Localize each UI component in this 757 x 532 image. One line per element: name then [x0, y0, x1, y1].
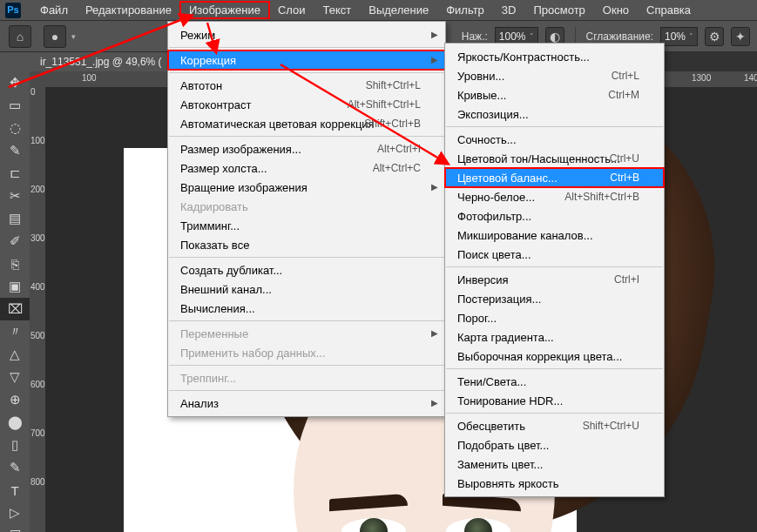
menu-item-label: Треппинг... [180, 372, 236, 385]
brush-preset-icon[interactable]: ● [44, 25, 66, 48]
tool-11[interactable]: 〃 [0, 320, 30, 343]
menu-separator [169, 136, 444, 137]
tool-2[interactable]: ◌ [0, 117, 30, 139]
menu-item[interactable]: Цветовой тон/Насыщенность...Ctrl+U [445, 149, 664, 168]
tool-10[interactable]: ⌧ [0, 298, 30, 320]
smoothing-combo[interactable]: 10%˅ [660, 27, 698, 46]
menu-item[interactable]: Микширование каналов... [445, 226, 664, 245]
menu-item-shortcut: Ctrl+M [608, 89, 639, 101]
menu-item[interactable]: Анализ [168, 394, 445, 413]
menu-item[interactable]: Выровнять яркость [445, 474, 664, 493]
menu-item[interactable]: Яркость/Контрастность... [445, 47, 664, 66]
correction-submenu: Яркость/Контрастность...Уровни...Ctrl+LК… [444, 43, 665, 497]
menu-item[interactable]: Тонирование HDR... [445, 391, 664, 410]
menu-item[interactable]: Коррекция [168, 51, 445, 70]
menu-item[interactable]: Размер изображения...Alt+Ctrl+I [168, 139, 445, 158]
tool-12[interactable]: △ [0, 343, 30, 366]
menu-item-label: Сочность... [457, 133, 517, 146]
menu-item-label: Кадрировать [180, 200, 248, 213]
menu-item[interactable]: Фотофильтр... [445, 206, 664, 226]
menu-item[interactable]: Постеризация... [445, 289, 664, 308]
menu-справка[interactable]: Справка [638, 2, 700, 18]
menu-item[interactable]: Выборочная коррекция цвета... [445, 347, 664, 366]
menu-item[interactable]: Кривые...Ctrl+M [445, 85, 664, 104]
tool-5[interactable]: ✂ [0, 185, 30, 207]
symmetry-icon[interactable]: ✦ [731, 27, 750, 46]
menu-изображение[interactable]: Изображение [180, 2, 269, 18]
document-tab[interactable]: ir_113531_.jpg @ 49,6% ( × [30, 52, 188, 71]
menu-item-label: Применить набор данных... [180, 347, 326, 360]
menu-выделение[interactable]: Выделение [360, 2, 437, 18]
menu-item[interactable]: Сочность... [445, 130, 664, 149]
tool-8[interactable]: ⎘ [0, 253, 30, 275]
tool-6[interactable]: ▤ [0, 207, 30, 230]
menu-item-label: Порог... [457, 312, 497, 325]
menu-separator [446, 413, 663, 414]
menu-item[interactable]: Цветовой баланс...Ctrl+B [445, 168, 664, 187]
tool-9[interactable]: ▣ [0, 275, 30, 298]
menu-item: Кадрировать [168, 197, 445, 216]
ps-logo: Ps [5, 3, 21, 18]
menu-item-label: Уровни... [457, 70, 504, 83]
menu-item[interactable]: Черно-белое...Alt+Shift+Ctrl+B [445, 187, 664, 206]
menu-item[interactable]: Автоматическая цветовая коррекцияShift+C… [168, 114, 445, 133]
menu-item-label: Подобрать цвет... [457, 439, 549, 452]
menu-фильтр[interactable]: Фильтр [437, 2, 493, 18]
menu-item[interactable]: Режим [168, 25, 445, 44]
tool-0[interactable]: ✥ [0, 71, 30, 94]
menu-item-shortcut: Shift+Ctrl+B [364, 118, 421, 130]
menu-item[interactable]: Вычисления... [168, 299, 445, 318]
menu-separator [446, 266, 663, 267]
tool-3[interactable]: ✎ [0, 139, 30, 162]
tool-16[interactable]: ▯ [0, 434, 30, 456]
menu-просмотр[interactable]: Просмотр [524, 2, 593, 18]
menu-item-label: Показать все [180, 239, 249, 252]
menu-item-label: Режим [180, 29, 215, 42]
menu-редактирование[interactable]: Редактирование [77, 2, 180, 18]
menu-3d[interactable]: 3D [493, 2, 525, 18]
tool-14[interactable]: ⊕ [0, 388, 30, 411]
menu-item-label: Автоматическая цветовая коррекция [180, 118, 375, 131]
menu-item[interactable]: Тени/Света... [445, 372, 664, 391]
menu-item[interactable]: Порог... [445, 308, 664, 327]
menu-item[interactable]: АвтоконтрастAlt+Shift+Ctrl+L [168, 95, 445, 114]
menu-item-label: Размер холста... [180, 162, 267, 175]
menu-текст[interactable]: Текст [314, 2, 361, 18]
tool-18[interactable]: T [0, 479, 30, 502]
menu-item[interactable]: Вращение изображения [168, 178, 445, 197]
menu-item[interactable]: Экспозиция... [445, 104, 664, 124]
menu-item[interactable]: Уровни...Ctrl+L [445, 66, 664, 85]
smoothing-options-icon[interactable]: ⚙ [705, 27, 724, 46]
menu-separator [169, 365, 444, 366]
menu-item[interactable]: Тримминг... [168, 216, 445, 235]
tool-20[interactable]: ☐ [0, 524, 30, 532]
menu-item[interactable]: Показать все [168, 235, 445, 254]
menu-item[interactable]: ОбесцветитьShift+Ctrl+U [445, 416, 664, 435]
menu-item-label: Вращение изображения [180, 181, 308, 194]
menu-item[interactable]: Подобрать цвет... [445, 435, 664, 455]
menu-item[interactable]: Карта градиента... [445, 327, 664, 347]
tool-19[interactable]: ▷ [0, 502, 30, 524]
menu-item-label: Автоконтраст [180, 98, 251, 111]
tool-4[interactable]: ⊏ [0, 162, 30, 185]
menu-окно[interactable]: Окно [594, 2, 638, 18]
menu-item[interactable]: Создать дубликат... [168, 260, 445, 279]
menu-item-label: Автотон [180, 79, 222, 92]
menu-item[interactable]: Поиск цвета... [445, 245, 664, 264]
menu-item-label: Внешний канал... [180, 283, 272, 296]
menu-файл[interactable]: Файл [31, 2, 77, 18]
menu-слои[interactable]: Слои [269, 2, 314, 18]
menu-item[interactable]: ИнверсияCtrl+I [445, 270, 664, 289]
menu-item-label: Переменные [180, 327, 248, 340]
menu-item[interactable]: Размер холста...Alt+Ctrl+C [168, 158, 445, 178]
tool-7[interactable]: ✐ [0, 230, 30, 253]
home-icon[interactable]: ⌂ [9, 25, 31, 48]
menu-item[interactable]: Внешний канал... [168, 279, 445, 299]
tool-1[interactable]: ▭ [0, 94, 30, 117]
menu-item-shortcut: Ctrl+U [610, 152, 639, 165]
menu-item[interactable]: Заменить цвет... [445, 455, 664, 474]
menu-item[interactable]: АвтотонShift+Ctrl+L [168, 76, 445, 95]
tool-15[interactable]: ⬤ [0, 411, 30, 434]
tool-13[interactable]: ▽ [0, 366, 30, 388]
tool-17[interactable]: ✎ [0, 456, 30, 479]
